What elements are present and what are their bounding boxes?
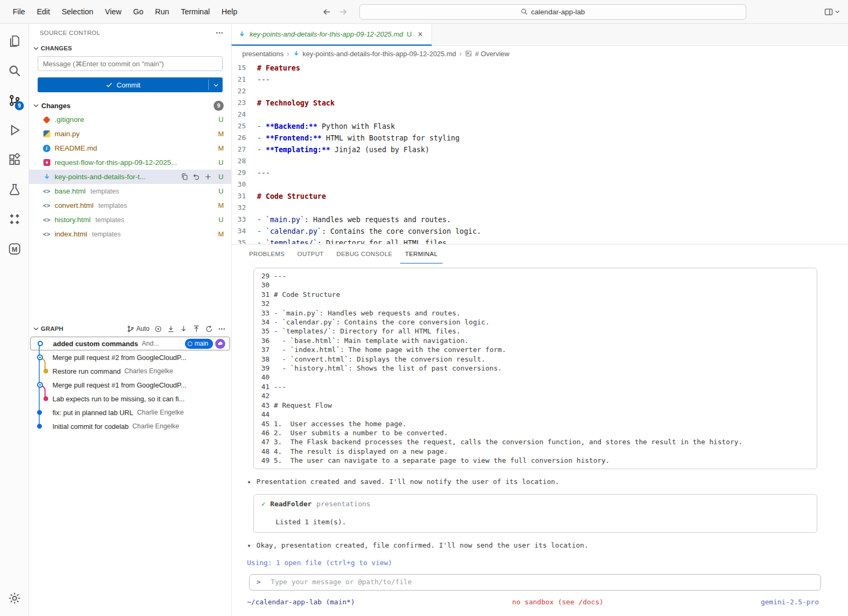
menu-terminal[interactable]: Terminal <box>175 5 215 18</box>
panel-tab-output[interactable]: OUTPUT <box>293 244 329 263</box>
scm-file-row[interactable]: <>index.htmltemplatesM <box>29 227 231 241</box>
scm-file-row[interactable]: <>history.htmltemplatesU <box>29 213 231 227</box>
commit-dropdown-button[interactable] <box>209 77 223 92</box>
changes-tree-label: Changes <box>41 102 70 110</box>
activity-search[interactable] <box>2 56 27 85</box>
layout-toggle-button[interactable] <box>824 7 841 16</box>
refresh-icon[interactable] <box>205 325 213 333</box>
code-line[interactable]: 33- `main.py`: Handles web requests and … <box>232 214 848 225</box>
code-line[interactable]: 22 <box>232 85 848 97</box>
assistant-message-1-text: Presentation created and saved. I'll now… <box>257 477 559 486</box>
back-arrow-icon[interactable] <box>322 7 331 16</box>
menu-help[interactable]: Help <box>216 5 243 18</box>
forward-arrow-icon[interactable] <box>339 7 348 16</box>
activity-gemini[interactable] <box>2 204 27 234</box>
more-actions-icon[interactable] <box>218 325 226 333</box>
commit-row[interactable]: Lab expects run to be missing, so it can… <box>30 392 230 406</box>
menu-view[interactable]: View <box>100 5 127 18</box>
terminal-file-output-box: 29 ---3031 # Code Structure3233 - `main.… <box>253 268 817 469</box>
commit-row[interactable]: Merge pull request #1 from GoogleCloudP.… <box>30 378 230 392</box>
code-line[interactable]: 35- `templates/`: Directory for all HTML… <box>232 237 848 244</box>
scm-file-row[interactable]: <>convert.htmltemplatesM <box>29 198 231 213</box>
activity-extensions[interactable] <box>2 145 27 174</box>
commit-row[interactable]: Merge pull request #2 from GoogleCloudP.… <box>30 350 230 364</box>
menu-selection[interactable]: Selection <box>56 5 99 18</box>
graph-toolbar: Auto <box>127 325 226 333</box>
panel-tab-debug-console[interactable]: DEBUG CONSOLE <box>332 244 398 263</box>
file-name: history.html <box>55 216 91 224</box>
code-line[interactable]: 15# Features <box>232 62 848 74</box>
settings-icon <box>8 592 21 605</box>
stage-changes-icon[interactable] <box>204 173 212 181</box>
code-line[interactable]: 32 <box>232 202 848 214</box>
fetch-icon[interactable] <box>167 325 175 333</box>
code-line[interactable]: 31# Code Structure <box>232 190 848 202</box>
command-center-search[interactable]: calendar-app-lab <box>359 4 746 20</box>
activity-testing[interactable] <box>2 174 27 204</box>
scm-file-row[interactable]: key-points-and-details-for-t...U <box>29 170 231 184</box>
graph-auto-button[interactable]: Auto <box>127 325 149 333</box>
terminal-view[interactable]: 29 ---3031 # Code Structure3233 - `main.… <box>232 263 848 616</box>
more-actions-icon[interactable] <box>215 29 224 37</box>
code-line[interactable]: 23# Technology Stack <box>232 97 848 109</box>
commit-button[interactable]: Commit <box>38 77 223 92</box>
editor-tab[interactable]: key-points-and-details-for-this-app-09-1… <box>232 24 432 46</box>
commit-row[interactable]: Initial commit for codelabCharlie Engelk… <box>30 419 230 433</box>
menu-file[interactable]: File <box>7 5 30 18</box>
html-brackets-icon: <> <box>43 202 50 209</box>
scm-file-row[interactable]: <>base.htmltemplatesU <box>29 184 231 198</box>
code-line[interactable]: 27- **Templating:** Jinja2 (used by Flas… <box>232 144 848 155</box>
breadcrumb-label: key-points-and-details-for-this-app-09-1… <box>303 50 456 58</box>
close-tab-icon[interactable] <box>416 30 425 39</box>
changes-section-header[interactable]: CHANGES <box>29 42 231 55</box>
commit-row[interactable]: Restore run commandCharles Engelke <box>30 364 230 378</box>
panel-tab-problems[interactable]: PROBLEMS <box>244 244 289 263</box>
code-line[interactable]: 28 <box>232 155 848 167</box>
activity-run-debug[interactable] <box>2 115 27 145</box>
activity-source-control[interactable]: 9 <box>2 85 27 115</box>
code-line[interactable]: 24 <box>232 109 848 120</box>
breadcrumb-item[interactable]: key-points-and-details-for-this-app-09-1… <box>293 50 456 58</box>
terminal-chat-input[interactable]: >Type your message or @path/to/file <box>249 574 821 591</box>
menu-edit[interactable]: Edit <box>31 5 55 18</box>
scm-file-row[interactable]: iREADME.mdM <box>29 141 231 155</box>
commit-message-input[interactable] <box>38 56 223 71</box>
breadcrumb-item[interactable]: # Overview <box>465 50 509 58</box>
activity-explorer[interactable] <box>2 26 27 56</box>
menu-go[interactable]: Go <box>128 5 148 18</box>
pull-icon[interactable] <box>180 325 188 333</box>
code-line[interactable]: 25- **Backend:** Python with Flask <box>232 120 848 132</box>
code-editor[interactable]: 15# Features21---2223# Technology Stack2… <box>232 61 848 244</box>
commit-row[interactable]: added custom commandsAnd...main <box>30 337 230 350</box>
push-icon[interactable] <box>192 325 200 333</box>
panel-tab-terminal[interactable]: TERMINAL <box>400 244 442 263</box>
git-status-letter: U <box>217 216 225 224</box>
activity-m-extension[interactable]: M <box>2 234 27 263</box>
graph-section-header[interactable]: GRAPH Auto <box>29 322 231 336</box>
code-line[interactable]: 29--- <box>232 167 848 179</box>
open-file-icon[interactable] <box>181 173 189 181</box>
discard-changes-icon[interactable] <box>192 173 200 181</box>
changes-tree-header[interactable]: Changes 9 <box>29 99 231 112</box>
code-text: --- <box>257 74 270 85</box>
menu-run[interactable]: Run <box>150 5 175 18</box>
activity-settings[interactable] <box>2 583 27 613</box>
scm-file-row[interactable]: request-flow-for-this-app-09-12-2025...U <box>29 155 231 170</box>
chevron-down-icon <box>32 325 40 332</box>
graph-section: GRAPH Auto added custom comm <box>29 322 231 433</box>
scm-file-row[interactable]: main.pyM <box>29 127 231 141</box>
terminal-output-line: 46 2. User submits a number to be conver… <box>261 428 817 437</box>
line-number: 22 <box>232 85 257 97</box>
breadcrumb-item[interactable]: presentations <box>242 50 284 58</box>
commit-row[interactable]: fix: put in planned lab URLCharlie Engel… <box>30 406 230 419</box>
code-line[interactable]: 26- **Frontend:** HTML with Bootstrap fo… <box>232 132 848 144</box>
code-line[interactable]: 34- `calendar.py`: Contains the core con… <box>232 225 848 237</box>
commit-button-main[interactable]: Commit <box>38 77 208 92</box>
code-line[interactable]: 21--- <box>232 74 848 85</box>
changes-count-badge: 9 <box>214 101 224 111</box>
scm-file-row[interactable]: .gitignoreU <box>29 112 231 127</box>
target-icon[interactable] <box>154 325 162 333</box>
chevron-down-icon <box>32 45 40 52</box>
markdown-file-icon <box>238 30 246 38</box>
code-line[interactable]: 30 <box>232 179 848 190</box>
